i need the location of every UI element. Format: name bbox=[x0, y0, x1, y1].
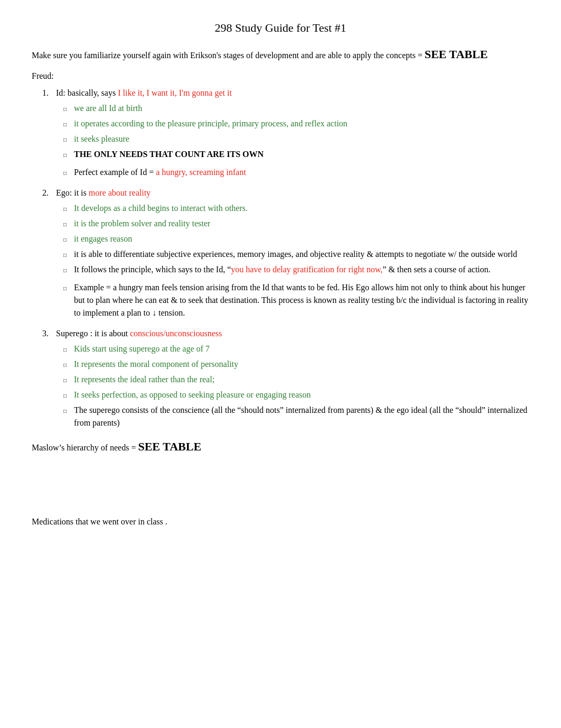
bullet-icon: □ bbox=[63, 205, 71, 213]
maslow-prefix: Maslow’s hierarchy of needs = bbox=[32, 443, 138, 452]
item-number-3: 3. bbox=[42, 329, 53, 338]
bullet-item: □ It follows the principle, which says t… bbox=[63, 263, 529, 276]
bullet-text: It represents the moral component of per… bbox=[74, 358, 529, 371]
bullet-text: It seeks perfection, as opposed to seeki… bbox=[74, 389, 529, 401]
bullet-text: The superego consists of the conscience … bbox=[74, 404, 529, 429]
bullet-item: □ it is able to differentiate subjective… bbox=[63, 248, 529, 261]
bullet-item: □ THE ONLY NEEDS THAT COUNT ARE ITS OWN bbox=[63, 148, 529, 161]
superego-label: Superego : it is about conscious/unconsc… bbox=[56, 329, 222, 338]
id-example: □ Perfect example of Id = a hungry, scre… bbox=[63, 166, 529, 179]
bullet-item: □ The superego consists of the conscienc… bbox=[63, 404, 529, 429]
bullet-item: □ It seeks perfection, as opposed to see… bbox=[63, 389, 529, 401]
bullet-text: it engages reason bbox=[74, 233, 529, 245]
bullet-item: □ It represents the moral component of p… bbox=[63, 358, 529, 371]
bullet-item: □ it seeks pleasure bbox=[63, 133, 529, 145]
intro-paragraph: Make sure you familiarize yourself again… bbox=[32, 45, 529, 63]
bullet-text: It develops as a child begins to interac… bbox=[74, 202, 529, 215]
bullet-icon: □ bbox=[63, 169, 71, 177]
bullet-icon: □ bbox=[63, 407, 71, 415]
superego-bullets: □ Kids start using superego at the age o… bbox=[63, 343, 529, 429]
bullet-icon: □ bbox=[63, 361, 71, 369]
list-item-superego: 3. Superego : it is about conscious/unco… bbox=[42, 329, 529, 429]
bullet-text: Kids start using superego at the age of … bbox=[74, 343, 529, 355]
ego-example-text: Example = a hungry man feels tension ari… bbox=[74, 281, 529, 319]
bullet-icon: □ bbox=[63, 220, 71, 228]
page-title: 298 Study Guide for Test #1 bbox=[32, 21, 529, 35]
medications-line: Medications that we went over in class . bbox=[32, 517, 529, 527]
bullet-item: □ we are all Id at birth bbox=[63, 102, 529, 115]
bullet-text: it operates according to the pleasure pr… bbox=[74, 117, 529, 130]
bullet-icon: □ bbox=[63, 392, 71, 400]
bullet-text: it seeks pleasure bbox=[74, 133, 529, 145]
freud-label: Freud: bbox=[32, 71, 529, 81]
item-number-2: 2. bbox=[42, 188, 53, 198]
list-item-ego: 2. Ego: it is more about reality □ It de… bbox=[42, 188, 529, 319]
bullet-item: □ it engages reason bbox=[63, 233, 529, 245]
ego-label: Ego: it is more about reality bbox=[56, 188, 151, 198]
bullet-icon: □ bbox=[63, 266, 71, 274]
bullet-text: we are all Id at birth bbox=[74, 102, 529, 115]
bullet-text: THE ONLY NEEDS THAT COUNT ARE ITS OWN bbox=[74, 148, 529, 161]
bullet-item: □ It develops as a child begins to inter… bbox=[63, 202, 529, 215]
bullet-icon: □ bbox=[63, 121, 71, 128]
id-label-colored: I like it, I want it, I'm gonna get it bbox=[118, 88, 232, 97]
id-bullets: □ we are all Id at birth □ it operates a… bbox=[63, 102, 529, 161]
bullet-item: □ It represents the ideal rather than th… bbox=[63, 373, 529, 386]
intro-see-table: SEE TABLE bbox=[425, 48, 488, 61]
bullet-text-inline: It follows the principle, which says to … bbox=[74, 263, 529, 276]
bullet-text: It represents the ideal rather than the … bbox=[74, 373, 529, 386]
id-label-prefix: Id: basically, says bbox=[56, 88, 118, 97]
main-list: 1. Id: basically, says I like it, I want… bbox=[42, 88, 529, 429]
ego-example: □ Example = a hungry man feels tension a… bbox=[63, 281, 529, 319]
list-item-id: 1. Id: basically, says I like it, I want… bbox=[42, 88, 529, 179]
bullet-icon: □ bbox=[63, 151, 71, 159]
id-example-text: Perfect example of Id = a hungry, scream… bbox=[74, 166, 246, 179]
id-label: Id: basically, says I like it, I want it… bbox=[56, 88, 232, 98]
bullet-icon: □ bbox=[63, 236, 71, 244]
bullet-icon: □ bbox=[63, 346, 71, 354]
bullet-item: □ Kids start using superego at the age o… bbox=[63, 343, 529, 355]
bullet-icon: □ bbox=[63, 105, 71, 113]
bullet-icon: □ bbox=[63, 376, 71, 384]
bullet-icon: □ bbox=[63, 284, 71, 292]
maslow-line: Maslow’s hierarchy of needs = SEE TABLE bbox=[32, 440, 529, 454]
maslow-see-table: SEE TABLE bbox=[138, 440, 201, 453]
bullet-icon: □ bbox=[63, 136, 71, 144]
bullet-icon: □ bbox=[63, 251, 71, 259]
bullet-text: it is able to differentiate subjective e… bbox=[74, 248, 529, 261]
intro-text: Make sure you familiarize yourself again… bbox=[32, 51, 425, 60]
ego-bullets: □ It develops as a child begins to inter… bbox=[63, 202, 529, 276]
bullet-text: it is the problem solver and reality tes… bbox=[74, 217, 529, 230]
item-number-1: 1. bbox=[42, 88, 53, 98]
bullet-item: □ it is the problem solver and reality t… bbox=[63, 217, 529, 230]
bullet-item: □ it operates according to the pleasure … bbox=[63, 117, 529, 130]
